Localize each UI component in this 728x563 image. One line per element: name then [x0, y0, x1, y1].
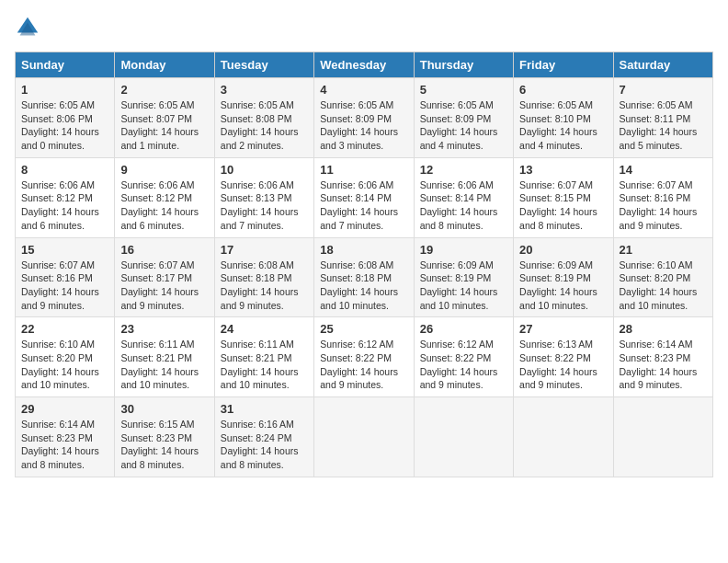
- header-thursday: Thursday: [414, 52, 513, 78]
- day-number: 19: [420, 243, 507, 257]
- calendar-week-row: 8Sunrise: 6:06 AM Sunset: 8:12 PM Daylig…: [16, 157, 713, 237]
- day-number: 14: [620, 163, 707, 177]
- day-info: Sunrise: 6:14 AM Sunset: 8:23 PM Dayligh…: [620, 338, 707, 392]
- calendar-table: SundayMondayTuesdayWednesdayThursdayFrid…: [15, 52, 713, 477]
- day-info: Sunrise: 6:10 AM Sunset: 8:20 PM Dayligh…: [21, 338, 108, 392]
- calendar-cell: 6Sunrise: 6:05 AM Sunset: 8:10 PM Daylig…: [514, 78, 613, 158]
- calendar-week-row: 15Sunrise: 6:07 AM Sunset: 8:16 PM Dayli…: [16, 237, 713, 317]
- header-friday: Friday: [514, 52, 613, 78]
- day-number: 20: [519, 243, 607, 257]
- day-number: 25: [320, 322, 407, 336]
- calendar-cell: 9Sunrise: 6:06 AM Sunset: 8:12 PM Daylig…: [115, 157, 214, 237]
- header-monday: Monday: [115, 52, 214, 78]
- day-info: Sunrise: 6:07 AM Sunset: 8:16 PM Dayligh…: [620, 178, 707, 233]
- calendar-cell: 7Sunrise: 6:05 AM Sunset: 8:11 PM Daylig…: [613, 78, 712, 158]
- calendar-week-row: 22Sunrise: 6:10 AM Sunset: 8:20 PM Dayli…: [16, 317, 713, 397]
- day-number: 12: [420, 163, 507, 177]
- logo: [15, 15, 44, 40]
- calendar-week-row: 1Sunrise: 6:05 AM Sunset: 8:06 PM Daylig…: [16, 78, 713, 158]
- day-info: Sunrise: 6:12 AM Sunset: 8:22 PM Dayligh…: [420, 338, 507, 392]
- day-info: Sunrise: 6:16 AM Sunset: 8:24 PM Dayligh…: [221, 418, 308, 472]
- day-info: Sunrise: 6:12 AM Sunset: 8:22 PM Dayligh…: [320, 338, 407, 392]
- header-tuesday: Tuesday: [214, 52, 313, 78]
- day-info: Sunrise: 6:05 AM Sunset: 8:06 PM Dayligh…: [21, 98, 108, 153]
- day-info: Sunrise: 6:07 AM Sunset: 8:16 PM Dayligh…: [21, 259, 108, 313]
- calendar-cell: 22Sunrise: 6:10 AM Sunset: 8:20 PM Dayli…: [16, 317, 115, 397]
- day-info: Sunrise: 6:11 AM Sunset: 8:21 PM Dayligh…: [221, 338, 308, 392]
- day-number: 28: [620, 322, 707, 336]
- calendar-week-row: 29Sunrise: 6:14 AM Sunset: 8:23 PM Dayli…: [16, 397, 713, 477]
- day-number: 18: [320, 243, 407, 257]
- calendar-cell: [514, 397, 613, 477]
- calendar-cell: 1Sunrise: 6:05 AM Sunset: 8:06 PM Daylig…: [16, 78, 115, 158]
- calendar-cell: 4Sunrise: 6:05 AM Sunset: 8:09 PM Daylig…: [314, 78, 414, 158]
- day-number: 27: [519, 322, 607, 336]
- day-number: 29: [21, 402, 108, 416]
- calendar-cell: 2Sunrise: 6:05 AM Sunset: 8:07 PM Daylig…: [115, 78, 214, 158]
- calendar-cell: 11Sunrise: 6:06 AM Sunset: 8:14 PM Dayli…: [314, 157, 414, 237]
- header-sunday: Sunday: [16, 52, 115, 78]
- calendar-cell: [613, 397, 712, 477]
- day-info: Sunrise: 6:09 AM Sunset: 8:19 PM Dayligh…: [519, 259, 607, 313]
- calendar-cell: 29Sunrise: 6:14 AM Sunset: 8:23 PM Dayli…: [16, 397, 115, 477]
- calendar-cell: 5Sunrise: 6:05 AM Sunset: 8:09 PM Daylig…: [414, 78, 513, 158]
- day-number: 30: [120, 402, 208, 416]
- day-number: 7: [620, 83, 707, 97]
- day-info: Sunrise: 6:07 AM Sunset: 8:15 PM Dayligh…: [519, 178, 607, 233]
- day-info: Sunrise: 6:06 AM Sunset: 8:14 PM Dayligh…: [420, 178, 507, 233]
- day-info: Sunrise: 6:05 AM Sunset: 8:11 PM Dayligh…: [620, 98, 707, 153]
- calendar-cell: 21Sunrise: 6:10 AM Sunset: 8:20 PM Dayli…: [613, 237, 712, 317]
- calendar-cell: 3Sunrise: 6:05 AM Sunset: 8:08 PM Daylig…: [214, 78, 313, 158]
- day-info: Sunrise: 6:09 AM Sunset: 8:19 PM Dayligh…: [420, 259, 507, 313]
- day-info: Sunrise: 6:05 AM Sunset: 8:09 PM Dayligh…: [420, 98, 507, 153]
- header-saturday: Saturday: [613, 52, 712, 78]
- day-info: Sunrise: 6:05 AM Sunset: 8:08 PM Dayligh…: [221, 98, 308, 153]
- day-info: Sunrise: 6:15 AM Sunset: 8:23 PM Dayligh…: [120, 418, 208, 472]
- calendar-cell: 19Sunrise: 6:09 AM Sunset: 8:19 PM Dayli…: [414, 237, 513, 317]
- day-number: 8: [21, 163, 108, 177]
- calendar-header-row: SundayMondayTuesdayWednesdayThursdayFrid…: [16, 52, 713, 78]
- calendar-cell: 31Sunrise: 6:16 AM Sunset: 8:24 PM Dayli…: [214, 397, 313, 477]
- calendar-cell: 23Sunrise: 6:11 AM Sunset: 8:21 PM Dayli…: [115, 317, 214, 397]
- day-info: Sunrise: 6:13 AM Sunset: 8:22 PM Dayligh…: [519, 338, 607, 392]
- day-info: Sunrise: 6:11 AM Sunset: 8:21 PM Dayligh…: [120, 338, 208, 392]
- calendar-cell: 25Sunrise: 6:12 AM Sunset: 8:22 PM Dayli…: [314, 317, 414, 397]
- calendar-cell: 10Sunrise: 6:06 AM Sunset: 8:13 PM Dayli…: [214, 157, 313, 237]
- day-info: Sunrise: 6:06 AM Sunset: 8:12 PM Dayligh…: [21, 178, 108, 233]
- day-info: Sunrise: 6:05 AM Sunset: 8:07 PM Dayligh…: [120, 98, 208, 153]
- page-header: [15, 15, 713, 40]
- day-number: 5: [420, 83, 507, 97]
- day-info: Sunrise: 6:06 AM Sunset: 8:13 PM Dayligh…: [221, 178, 308, 233]
- day-number: 22: [21, 322, 108, 336]
- day-info: Sunrise: 6:08 AM Sunset: 8:18 PM Dayligh…: [320, 259, 407, 313]
- calendar-cell: 13Sunrise: 6:07 AM Sunset: 8:15 PM Dayli…: [514, 157, 613, 237]
- day-number: 3: [221, 83, 308, 97]
- day-number: 10: [221, 163, 308, 177]
- day-number: 9: [120, 163, 208, 177]
- calendar-cell: [414, 397, 513, 477]
- calendar-cell: 16Sunrise: 6:07 AM Sunset: 8:17 PM Dayli…: [115, 237, 214, 317]
- calendar-cell: 30Sunrise: 6:15 AM Sunset: 8:23 PM Dayli…: [115, 397, 214, 477]
- calendar-cell: 14Sunrise: 6:07 AM Sunset: 8:16 PM Dayli…: [613, 157, 712, 237]
- logo-icon: [15, 15, 40, 40]
- day-number: 1: [21, 83, 108, 97]
- day-info: Sunrise: 6:06 AM Sunset: 8:14 PM Dayligh…: [320, 178, 407, 233]
- day-number: 16: [120, 243, 208, 257]
- day-number: 4: [320, 83, 407, 97]
- day-number: 24: [221, 322, 308, 336]
- day-number: 17: [221, 243, 308, 257]
- day-number: 31: [221, 402, 308, 416]
- day-info: Sunrise: 6:06 AM Sunset: 8:12 PM Dayligh…: [120, 178, 208, 233]
- day-info: Sunrise: 6:10 AM Sunset: 8:20 PM Dayligh…: [620, 259, 707, 313]
- day-number: 23: [120, 322, 208, 336]
- calendar-cell: 27Sunrise: 6:13 AM Sunset: 8:22 PM Dayli…: [514, 317, 613, 397]
- calendar-cell: 15Sunrise: 6:07 AM Sunset: 8:16 PM Dayli…: [16, 237, 115, 317]
- calendar-cell: 24Sunrise: 6:11 AM Sunset: 8:21 PM Dayli…: [214, 317, 313, 397]
- day-info: Sunrise: 6:07 AM Sunset: 8:17 PM Dayligh…: [120, 259, 208, 313]
- day-number: 6: [519, 83, 607, 97]
- day-info: Sunrise: 6:14 AM Sunset: 8:23 PM Dayligh…: [21, 418, 108, 472]
- calendar-cell: [314, 397, 414, 477]
- day-number: 13: [519, 163, 607, 177]
- calendar-cell: 20Sunrise: 6:09 AM Sunset: 8:19 PM Dayli…: [514, 237, 613, 317]
- calendar-cell: 28Sunrise: 6:14 AM Sunset: 8:23 PM Dayli…: [613, 317, 712, 397]
